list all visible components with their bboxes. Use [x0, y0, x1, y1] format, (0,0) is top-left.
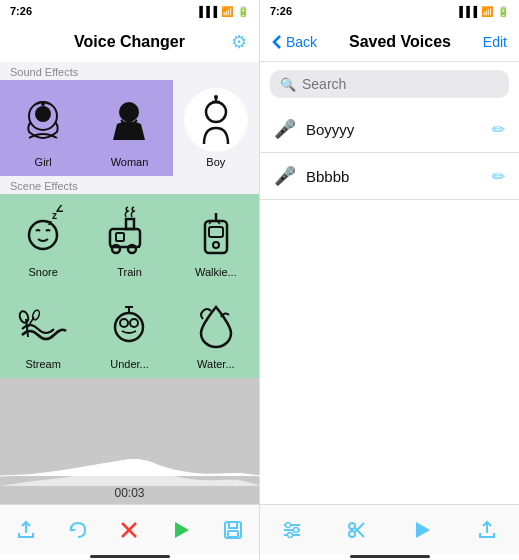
- svg-point-45: [288, 532, 293, 537]
- saved-voices-title: Saved Voices: [349, 33, 451, 51]
- sound-effect-girl[interactable]: Girl: [0, 80, 86, 176]
- left-home-indicator: [0, 554, 259, 560]
- woman-label: Woman: [111, 156, 149, 168]
- woman-icon-circle: [97, 88, 161, 152]
- battery-icon: 🔋: [237, 6, 249, 17]
- mic-icon-bbbbb: 🎤: [274, 165, 296, 187]
- search-input[interactable]: [302, 76, 499, 92]
- left-status-icons: ▐▐▐ 📶 🔋: [196, 6, 249, 17]
- left-toolbar: [0, 504, 259, 554]
- svg-point-25: [18, 310, 30, 324]
- svg-point-1: [35, 106, 51, 122]
- train-label: Train: [117, 266, 142, 278]
- girl-svg-icon: [17, 94, 69, 146]
- edit-voice-bbbbb-icon[interactable]: ✏: [492, 167, 505, 186]
- boy-label: Boy: [206, 156, 225, 168]
- water-icon: [186, 294, 246, 354]
- svg-point-4: [206, 102, 226, 122]
- right-nav-bar: Back Saved Voices Edit: [260, 22, 519, 62]
- waveform-area: 00:03: [0, 378, 259, 504]
- waveform-svg: [0, 436, 260, 486]
- right-status-bar: 7:26 ▐▐▐ 📶 🔋: [260, 0, 519, 22]
- filter-button[interactable]: [276, 514, 308, 546]
- signal-icon: ▐▐▐: [196, 6, 217, 17]
- scissors-button[interactable]: [341, 514, 373, 546]
- back-label: Back: [286, 34, 317, 50]
- svg-marker-50: [416, 522, 430, 538]
- svg-point-27: [32, 309, 41, 320]
- woman-svg-icon: [103, 94, 155, 146]
- edit-voice-boyyyy-icon[interactable]: ✏: [492, 120, 505, 139]
- edit-button[interactable]: Edit: [483, 34, 507, 50]
- play-left-button[interactable]: [165, 514, 197, 546]
- water-label: Water...: [197, 358, 235, 370]
- back-button[interactable]: Back: [272, 34, 317, 50]
- train-icon: [99, 202, 159, 262]
- right-signal-icon: ▐▐▐: [456, 6, 477, 17]
- save-button[interactable]: [217, 514, 249, 546]
- left-time: 7:26: [10, 5, 32, 17]
- svg-point-3: [119, 102, 139, 122]
- search-icon: 🔍: [280, 77, 296, 92]
- right-time: 7:26: [270, 5, 292, 17]
- left-status-bar: 7:26 ▐▐▐ 📶 🔋: [0, 0, 259, 22]
- svg-point-20: [213, 242, 219, 248]
- stream-icon: [13, 294, 73, 354]
- voice-name-bbbbb: Bbbbb: [306, 168, 492, 185]
- under-icon: [99, 294, 159, 354]
- mic-icon-boyyyy: 🎤: [274, 118, 296, 140]
- voice-item-boyyyy[interactable]: 🎤 Boyyyy ✏: [260, 106, 519, 153]
- svg-point-30: [130, 319, 138, 327]
- scene-effect-train[interactable]: Train: [86, 194, 172, 286]
- svg-rect-19: [209, 227, 223, 237]
- share-right-button[interactable]: [471, 514, 503, 546]
- snore-label: Snore: [28, 266, 57, 278]
- right-panel: 7:26 ▐▐▐ 📶 🔋 Back Saved Voices Edit 🔍 🎤 …: [260, 0, 519, 560]
- svg-point-2: [41, 102, 45, 106]
- boy-icon-circle: [184, 88, 248, 152]
- voice-item-bbbbb[interactable]: 🎤 Bbbbb ✏: [260, 153, 519, 200]
- girl-label: Girl: [35, 156, 52, 168]
- boy-svg-icon: [190, 94, 242, 146]
- walkie-icon: [186, 202, 246, 262]
- under-label: Under...: [110, 358, 149, 370]
- settings-gear-icon[interactable]: ⚙: [231, 31, 247, 53]
- right-toolbar: [260, 504, 519, 554]
- girl-icon-circle: [11, 88, 75, 152]
- scene-effect-stream[interactable]: Stream: [0, 286, 86, 378]
- walkie-label: Walkie...: [195, 266, 237, 278]
- scene-effect-walkie[interactable]: Walkie...: [173, 194, 259, 286]
- waveform-time: 00:03: [114, 486, 144, 504]
- scene-effect-snore[interactable]: z z Z Snore: [0, 194, 86, 286]
- scene-effect-water[interactable]: Water...: [173, 286, 259, 378]
- right-home-indicator: [260, 554, 519, 560]
- right-wifi-icon: 📶: [481, 6, 493, 17]
- svg-point-8: [29, 221, 57, 249]
- right-status-icons: ▐▐▐ 📶 🔋: [456, 6, 509, 17]
- svg-rect-16: [126, 219, 134, 229]
- sound-effects-grid: Girl Woman: [0, 80, 259, 176]
- left-nav-bar: Voice Changer ⚙: [0, 22, 259, 62]
- svg-point-29: [120, 319, 128, 327]
- sound-effect-woman[interactable]: Woman: [86, 80, 172, 176]
- undo-button[interactable]: [62, 514, 94, 546]
- right-battery-icon: 🔋: [497, 6, 509, 17]
- snore-icon: z z Z: [13, 202, 73, 262]
- svg-point-44: [294, 527, 299, 532]
- svg-rect-38: [229, 522, 237, 528]
- svg-point-7: [214, 95, 218, 99]
- play-right-button[interactable]: [406, 514, 438, 546]
- left-panel: 7:26 ▐▐▐ 📶 🔋 Voice Changer ⚙ Sound Effec…: [0, 0, 260, 560]
- scene-effect-under[interactable]: Under...: [86, 286, 172, 378]
- search-bar: 🔍: [270, 70, 509, 98]
- share-left-button[interactable]: [10, 514, 42, 546]
- stream-label: Stream: [25, 358, 60, 370]
- close-button[interactable]: [113, 514, 145, 546]
- svg-point-43: [286, 522, 291, 527]
- sound-effect-boy[interactable]: Boy: [173, 80, 259, 176]
- scene-effects-grid: z z Z Snore: [0, 194, 259, 378]
- svg-rect-39: [228, 531, 238, 537]
- voice-list: 🎤 Boyyyy ✏ 🎤 Bbbbb ✏: [260, 106, 519, 504]
- svg-text:Z: Z: [56, 205, 63, 215]
- svg-marker-36: [175, 522, 189, 538]
